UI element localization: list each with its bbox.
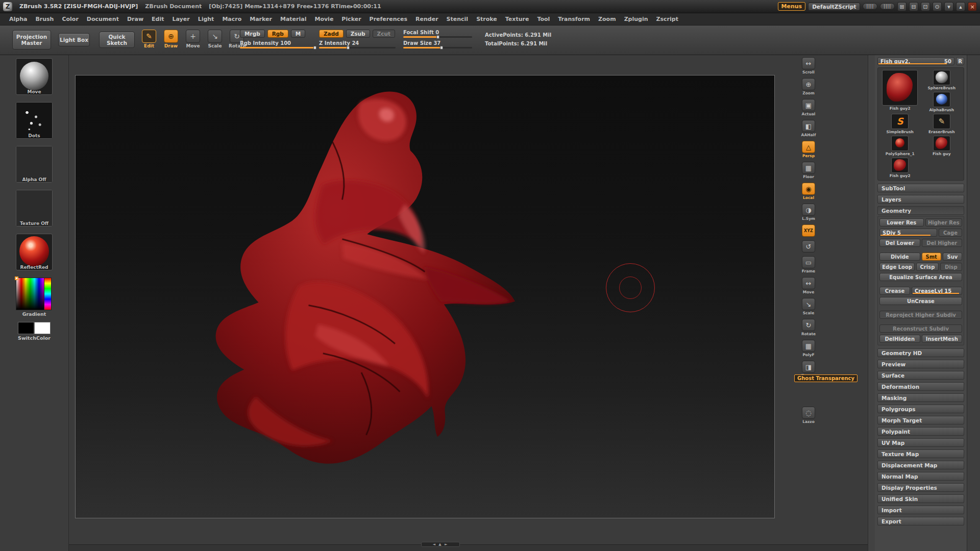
menu-item-zoom[interactable]: Zoom [594,16,620,22]
crease-button[interactable]: Crease [879,287,910,295]
eraserbrush-thumb[interactable]: ✎ EraserBrush [922,114,962,134]
stroke-thumb[interactable]: Dots [16,102,53,139]
layout-single-icon[interactable]: ⊡ [921,2,930,11]
actual-button[interactable]: ▣ Actual [801,99,816,116]
del-higher-button[interactable]: Del Higher [922,239,963,247]
section-display-properties[interactable]: Display Properties [877,483,964,492]
menu-item-color[interactable]: Color [58,16,82,22]
default-zscript-button[interactable]: DefaultZScript [808,3,860,11]
suv-button[interactable]: Suv [943,253,962,261]
menu-item-stroke[interactable]: Stroke [472,16,501,22]
left-tray-toggle-button[interactable]: |||| [863,3,877,10]
local-button[interactable]: ◉ Local [801,183,816,200]
lsym-button[interactable]: ◑ L.Sym [801,204,816,221]
fish-guy2-small-thumb[interactable]: Fish guy2 [880,158,920,178]
del-lower-button[interactable]: Del Lower [879,239,920,247]
polysphere-thumb[interactable]: PolySphere_1 [880,136,920,156]
color-picker[interactable] [16,278,53,310]
hue-strip[interactable] [44,278,52,310]
section-geometry-hd[interactable]: Geometry HD [877,348,964,357]
secondary-color-swatch[interactable] [34,322,51,334]
xyz-button[interactable]: XYZ [801,224,816,237]
persp-button[interactable]: △ Persp [801,141,816,158]
main-color-swatch[interactable] [18,322,34,334]
reconstruct-subdiv-button[interactable]: Reconstruct Subdiv [879,324,962,333]
polyf-button[interactable]: ▦ PolyF [801,340,816,357]
m-button[interactable]: M [291,30,305,38]
menu-item-texture[interactable]: Texture [501,16,533,22]
menu-item-preferences[interactable]: Preferences [365,16,411,22]
sdiv-slider[interactable]: SDiv 5 [879,229,937,237]
draw-size-slider[interactable]: Draw Size 37 [403,40,472,46]
zcut-button[interactable]: Zcut [373,30,395,38]
r-button[interactable]: R [956,57,964,65]
ghost-transparency-label[interactable]: Ghost Transparency [794,374,857,382]
fish-guy-thumb[interactable]: Fish guy [922,136,962,156]
floor-button[interactable]: ▦ Floor [801,162,816,179]
section-polypaint[interactable]: Polypaint [877,427,964,436]
menu-item-macro[interactable]: Macro [218,16,246,22]
edge-loop-button[interactable]: Edge Loop [879,263,915,271]
projection-master-button[interactable]: Projection Master [12,30,51,49]
rgb-button[interactable]: Rgb [267,30,288,38]
lower-res-button[interactable]: Lower Res [879,218,924,227]
active-tool-thumb[interactable]: Fish guy2 [880,70,920,112]
spherebrush-thumb[interactable]: SphereBrush [922,70,962,90]
document-area[interactable] [75,75,775,518]
rgb-intensity-track[interactable] [240,47,316,48]
insert-mesh-button[interactable]: InsertMesh [922,335,963,343]
menu-item-picker[interactable]: Picker [337,16,365,22]
section-masking[interactable]: Masking [877,393,964,402]
simplebrush-thumb[interactable]: S SimpleBrush [880,114,920,134]
saturation-square[interactable] [16,278,44,310]
aahalf-button[interactable]: ◧ AAHalf [801,120,816,137]
menu-item-transform[interactable]: Transform [554,16,594,22]
frame-button[interactable]: ▭ Frame [801,256,816,273]
alpha-thumb[interactable]: Alpha Off [16,146,53,183]
uncrease-button[interactable]: UnCrease [879,297,962,305]
section-layers[interactable]: Layers [877,195,964,204]
section-texture-map[interactable]: Texture Map [877,449,964,458]
move-mode-button[interactable]: + Move [185,30,201,48]
section-unified-skin[interactable]: Unified Skin [877,494,964,503]
menu-item-light[interactable]: Light [194,16,218,22]
menu-item-draw[interactable]: Draw [123,16,148,22]
texture-thumb[interactable]: Texture Off [16,190,53,227]
section-export[interactable]: Export [877,517,964,525]
divide-button[interactable]: Divide [879,253,920,261]
section-deformation[interactable]: Deformation [877,382,964,391]
lock-icon[interactable]: ⊙ [933,2,942,11]
section-morph-target[interactable]: Morph Target [877,416,964,424]
section-normal-map[interactable]: Normal Map [877,472,964,481]
menu-item-brush[interactable]: Brush [31,16,58,22]
scale-mode-button[interactable]: ↘ Scale [207,30,223,48]
zadd-button[interactable]: Zadd [319,30,344,38]
section-displacement-map[interactable]: Displacement Map [877,461,964,469]
focal-shift-slider[interactable]: Focal Shift 0 [403,30,472,35]
higher-res-button[interactable]: Higher Res [925,218,962,227]
section-subtool[interactable]: SubTool [877,184,964,192]
gradient-label[interactable]: Gradient [0,311,68,317]
scale-3d-button[interactable]: ↘ Scale [801,298,816,315]
right-tray-toggle-button[interactable]: |||| [880,3,895,10]
spiral-button[interactable]: ↺ [801,240,816,253]
canvas-dock-handle[interactable]: ◄ ▲ ► [421,542,460,547]
focal-shift-track[interactable] [403,36,472,38]
zoom-button[interactable]: ⊕ Zoom [801,78,816,95]
section-geometry[interactable]: Geometry [877,206,964,215]
menu-item-marker[interactable]: Marker [246,16,276,22]
rgb-intensity-slider[interactable]: Rgb Intensity 100 [240,40,316,46]
z-intensity-slider[interactable]: Z Intensity 24 [319,40,396,46]
material-thumb[interactable]: ReflectRed [16,234,53,270]
crisp-button[interactable]: Crisp [916,263,938,271]
restore-icon[interactable]: ▴ [956,2,965,11]
scroll-button[interactable]: ↔ Scroll [801,57,816,74]
menu-item-alpha[interactable]: Alpha [5,16,31,22]
menu-item-stencil[interactable]: Stencil [443,16,473,22]
cage-button[interactable]: Cage [939,229,962,237]
current-brush-thumb[interactable]: Move [16,58,53,95]
reproject-higher-subdiv-button[interactable]: Reproject Higher Subdiv [879,311,962,319]
smt-button[interactable]: Smt [922,253,941,261]
close-icon[interactable]: × [968,2,977,11]
section-preview[interactable]: Preview [877,360,964,368]
